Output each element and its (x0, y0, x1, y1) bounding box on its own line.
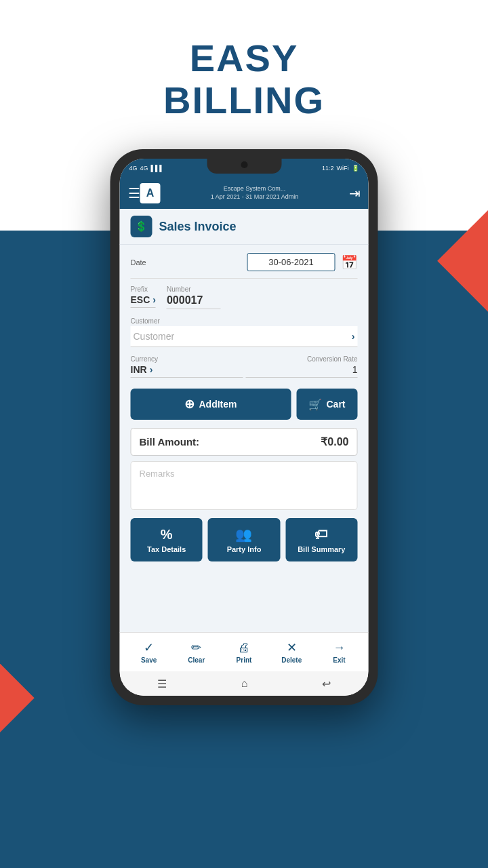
add-item-button[interactable]: ⊕ AddItem (131, 389, 291, 420)
bill-summary-button[interactable]: 🏷 Bill Summary (285, 518, 357, 561)
delete-icon: ✕ (287, 640, 297, 655)
clear-nav-label: Clear (188, 656, 205, 664)
remarks-input[interactable]: Remarks (131, 461, 358, 510)
bill-amount-label: Bill Amount: (140, 436, 200, 448)
customer-section: Customer Customer › (131, 317, 358, 347)
currency-arrow: › (150, 364, 153, 375)
print-icon: 🖨 (238, 641, 250, 655)
delete-nav-label: Delete (281, 656, 302, 664)
customer-arrow: › (352, 331, 355, 342)
save-nav-label: Save (141, 656, 157, 664)
company-name: Escape System Com... (224, 185, 286, 193)
exit-nav-item[interactable]: → Exit (315, 641, 363, 664)
currency-input[interactable]: INR › (131, 364, 243, 378)
footer-navigation: ✓ Save ✏ Clear 🖨 Print ✕ Delete → Exit (120, 632, 369, 671)
form-area: Date 30-06-2021 📅 Prefix ESC › Number (120, 245, 369, 632)
clear-icon: ✏ (191, 640, 201, 655)
exit-icon: → (333, 641, 345, 655)
prefix-value: ESC (131, 294, 150, 305)
app-heading: EASY BILLING (0, 37, 488, 121)
clear-nav-item[interactable]: ✏ Clear (173, 640, 220, 664)
date-range: 1 Apr 2021 - 31 Mar 2021 Admin (211, 193, 299, 201)
signal-icon: ▌▌▌ (151, 165, 164, 172)
prefix-label: Prefix (131, 285, 156, 293)
invoice-title: Sales Invoice (159, 220, 237, 234)
party-info-icon: 👥 (235, 526, 252, 542)
system-menu-button[interactable]: ☰ (157, 677, 167, 690)
phone-camera (241, 161, 247, 168)
date-row: Date 30-06-2021 📅 (131, 253, 358, 271)
print-nav-label: Print (237, 656, 252, 664)
secondary-action-buttons: % Tax Details 👥 Party Info 🏷 Bill Summar… (131, 518, 358, 561)
prefix-number-section: Prefix ESC › Number 000017 (131, 285, 358, 312)
conversion-label: Conversion Rate (245, 355, 358, 363)
party-info-button[interactable]: 👥 Party Info (208, 518, 280, 561)
bill-amount-value: ₹0.00 (321, 435, 348, 448)
currency-value: INR (131, 364, 147, 375)
party-info-label: Party Info (227, 545, 262, 553)
number-field: Number 000017 (167, 285, 221, 309)
system-navigation: ☰ ⌂ ↩ (120, 671, 369, 696)
top-bar: ☰ A Escape System Com... 1 Apr 2021 - 31… (120, 178, 369, 209)
bill-summary-icon: 🏷 (314, 527, 328, 542)
wifi-icon: WiFi (337, 165, 349, 172)
cart-label: Cart (326, 399, 345, 410)
invoice-icon: 💲 (131, 216, 152, 237)
system-back-button[interactable]: ↩ (322, 677, 331, 690)
date-label: Date (131, 258, 146, 267)
network-indicator-2: 4G (140, 165, 148, 172)
add-item-label: AddItem (199, 399, 237, 410)
save-nav-item[interactable]: ✓ Save (125, 640, 173, 664)
app-logo: A (140, 183, 161, 203)
currency-section: Currency INR › Conversion Rate 1 (131, 355, 358, 380)
primary-action-buttons: ⊕ AddItem 🛒 Cart (131, 389, 358, 420)
number-label: Number (167, 285, 221, 293)
currency-field: Currency INR › (131, 355, 243, 378)
cart-icon: 🛒 (308, 398, 322, 411)
exit-nav-label: Exit (333, 656, 345, 664)
hamburger-menu-button[interactable]: ☰ (128, 185, 140, 201)
tax-details-button[interactable]: % Tax Details (131, 518, 203, 561)
date-input[interactable]: 30-06-2021 (247, 253, 336, 271)
customer-placeholder: Customer (134, 331, 175, 342)
customer-input[interactable]: Customer › (131, 326, 358, 347)
prefix-arrow[interactable]: › (152, 294, 156, 305)
delete-nav-item[interactable]: ✕ Delete (268, 640, 315, 664)
prefix-field: Prefix ESC › (131, 285, 156, 308)
network-indicator-1: 4G (129, 165, 138, 172)
conversion-value: 1 (245, 364, 358, 378)
system-home-button[interactable]: ⌂ (241, 677, 248, 690)
conversion-field: Conversion Rate 1 (245, 355, 358, 378)
time-display: 11:2 (322, 165, 334, 172)
customer-label: Customer (131, 317, 358, 325)
plus-icon: ⊕ (184, 397, 195, 412)
phone-frame: 4G 4G ▌▌▌ 11:2 WiFi 🔋 ☰ A Escape System … (110, 149, 378, 705)
invoice-header: 💲 Sales Invoice (120, 209, 369, 245)
bill-amount-row: Bill Amount: ₹0.00 (131, 428, 358, 456)
calendar-icon[interactable]: 📅 (341, 254, 358, 271)
remarks-placeholder: Remarks (140, 469, 175, 479)
tax-details-label: Tax Details (147, 545, 186, 553)
save-icon: ✓ (144, 640, 154, 655)
currency-label: Currency (131, 355, 243, 363)
print-nav-item[interactable]: 🖨 Print (220, 641, 268, 664)
battery-icon: 🔋 (352, 165, 359, 172)
tax-details-icon: % (161, 527, 173, 542)
number-value: 000017 (167, 294, 221, 309)
logout-button[interactable]: ⇥ (349, 185, 361, 201)
cart-button[interactable]: 🛒 Cart (296, 389, 357, 420)
bill-summary-label: Bill Summary (298, 545, 345, 553)
